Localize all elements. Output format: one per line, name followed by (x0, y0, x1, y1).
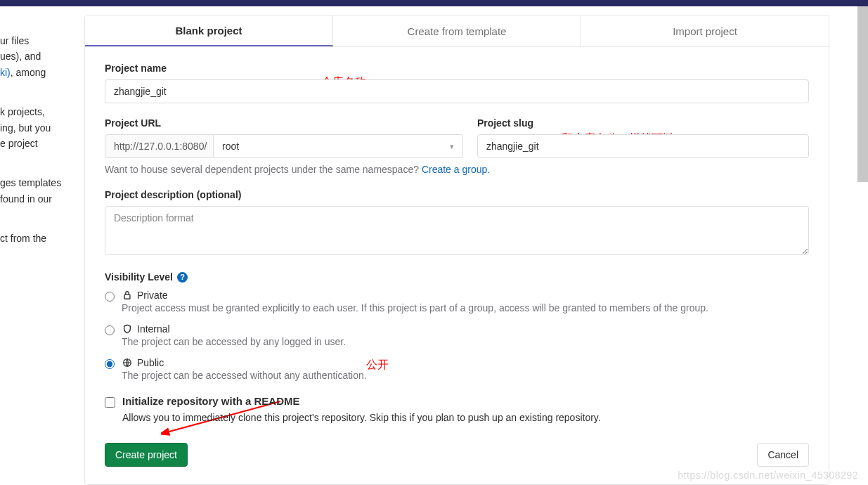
tab-import-project[interactable]: Import project (581, 15, 829, 46)
namespace-select[interactable]: root ▾ (214, 134, 463, 158)
project-name-input[interactable] (105, 79, 809, 103)
help-text-fragment: ges templates (0, 175, 84, 190)
scrollbar-thumb[interactable] (857, 6, 868, 182)
help-text-fragment: ing, but you (0, 120, 84, 136)
visibility-private-radio[interactable] (105, 292, 115, 302)
project-url-prefix: http://127.0.0.1:8080/ (105, 134, 214, 158)
cancel-button[interactable]: Cancel (757, 443, 809, 467)
namespace-selected-value: root (222, 141, 239, 152)
create-group-link[interactable]: Create a group. (422, 164, 490, 175)
help-text-fragment: ues), and (0, 48, 84, 64)
help-text-fragment: ur files (0, 33, 84, 48)
project-description-label: Project description (optional) (105, 189, 809, 200)
create-project-button[interactable]: Create project (105, 443, 188, 467)
namespace-hint: Want to house several dependent projects… (105, 164, 809, 175)
initialize-readme-label: Initialize repository with a README (122, 395, 300, 407)
wiki-link[interactable]: ki) (0, 67, 11, 78)
help-text-fragment: e project (0, 136, 84, 151)
tab-blank-project[interactable]: Blank project (85, 15, 333, 46)
project-slug-input[interactable] (477, 134, 809, 158)
project-name-label: Project name (105, 63, 809, 74)
visibility-public-radio[interactable] (105, 359, 115, 369)
project-slug-label: Project slug (477, 117, 809, 129)
visibility-public-title: Public (137, 357, 164, 368)
chevron-down-icon: ▾ (450, 142, 454, 151)
visibility-internal-desc: The project can be accessed by any logge… (122, 336, 809, 347)
visibility-public-desc: The project can be accessed without any … (122, 370, 809, 381)
left-help-panel: ur files ues), and ki), among k projects… (0, 6, 84, 485)
visibility-internal-title: Internal (137, 323, 170, 335)
project-description-input[interactable] (105, 206, 809, 255)
new-project-card: Blank project Create from template Impor… (84, 15, 829, 485)
tab-create-from-template[interactable]: Create from template (333, 15, 581, 46)
top-nav-bar (0, 0, 868, 6)
project-url-label: Project URL (105, 117, 463, 129)
project-type-tabs: Blank project Create from template Impor… (85, 15, 829, 47)
globe-icon (122, 357, 133, 368)
help-text-fragment: ki), among (0, 65, 84, 80)
initialize-readme-checkbox[interactable] (105, 397, 115, 408)
visibility-private-title: Private (137, 290, 168, 301)
visibility-internal-radio[interactable] (105, 325, 115, 335)
svg-rect-1 (124, 295, 130, 299)
help-text-fragment: k projects, (0, 104, 84, 119)
visibility-private-desc: Project access must be granted explicitl… (122, 302, 809, 313)
lock-icon (122, 290, 133, 301)
help-icon[interactable]: ? (177, 272, 188, 283)
help-text-fragment: found in our (0, 191, 84, 207)
shield-icon (122, 323, 133, 335)
initialize-readme-desc: Allows you to immediately clone this pro… (122, 412, 809, 423)
help-text-fragment: ct from the (0, 231, 84, 246)
visibility-label: Visibility Level (105, 271, 173, 283)
